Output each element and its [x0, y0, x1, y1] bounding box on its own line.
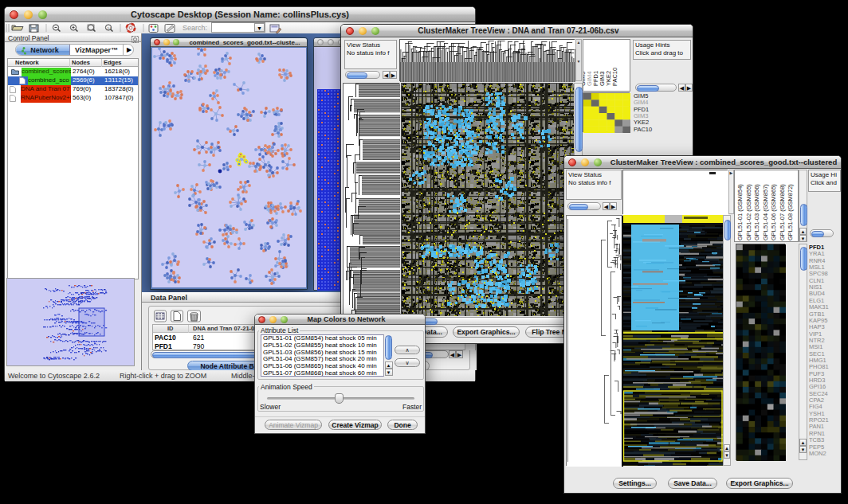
svg-text:GPL51-06 (GSM865): GPL51-06 (GSM865) — [770, 184, 777, 240]
svg-text:GPL51-01 (GSM854): GPL51-01 (GSM854) — [736, 184, 744, 240]
svg-text:GPL51-02 (GSM855): GPL51-02 (GSM855) — [745, 184, 752, 240]
svg-text:GPL51-07 (GSM868): GPL51-07 (GSM868) — [779, 184, 786, 240]
svg-text:1:1: 1:1 — [108, 26, 112, 30]
svg-text:PAC10: PAC10 — [611, 68, 618, 86]
svg-text:GPL51-03 (GSM856): GPL51-03 (GSM856) — [753, 184, 760, 240]
svg-text:GPL51-04 (GSM857): GPL51-04 (GSM857) — [762, 184, 769, 240]
svg-text:GPL51-08 (GSM872): GPL51-08 (GSM872) — [787, 184, 794, 240]
